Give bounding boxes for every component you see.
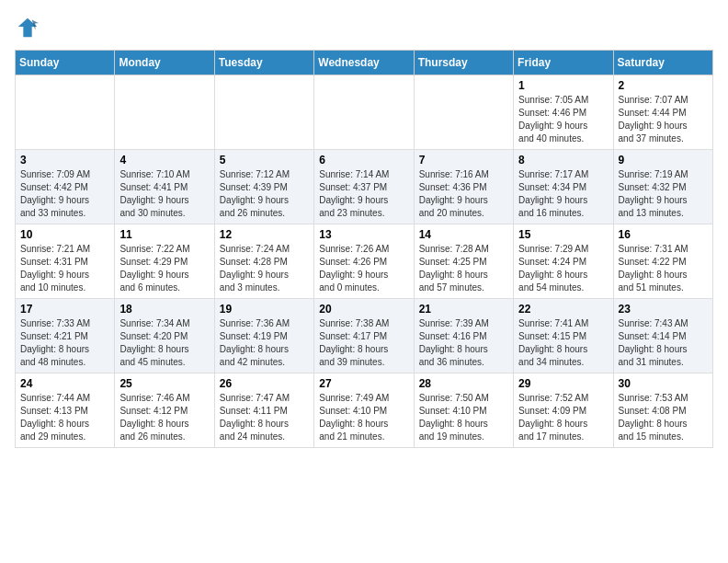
calendar-table: SundayMondayTuesdayWednesdayThursdayFrid… [15, 50, 713, 448]
weekday-header: Wednesday [314, 51, 414, 75]
day-number: 17 [20, 303, 109, 316]
day-info: Sunrise: 7:07 AM Sunset: 4:44 PM Dayligh… [619, 94, 708, 145]
day-number: 7 [419, 154, 508, 167]
calendar-cell: 25Sunrise: 7:46 AM Sunset: 4:12 PM Dayli… [115, 373, 214, 448]
calendar-cell [16, 75, 115, 150]
day-number: 2 [619, 79, 708, 92]
day-info: Sunrise: 7:17 AM Sunset: 4:34 PM Dayligh… [518, 168, 608, 220]
calendar-cell: 1Sunrise: 7:05 AM Sunset: 4:46 PM Daylig… [514, 75, 613, 150]
day-number: 21 [419, 303, 508, 316]
day-info: Sunrise: 7:29 AM Sunset: 4:24 PM Dayligh… [518, 243, 608, 294]
day-info: Sunrise: 7:21 AM Sunset: 4:31 PM Dayligh… [20, 243, 109, 294]
weekday-header-row: SundayMondayTuesdayWednesdayThursdayFrid… [16, 51, 713, 75]
calendar-cell: 18Sunrise: 7:34 AM Sunset: 4:20 PM Dayli… [115, 299, 214, 373]
day-info: Sunrise: 7:46 AM Sunset: 4:12 PM Dayligh… [119, 392, 209, 443]
day-info: Sunrise: 7:53 AM Sunset: 4:08 PM Dayligh… [619, 392, 708, 443]
calendar-cell: 13Sunrise: 7:26 AM Sunset: 4:26 PM Dayli… [314, 224, 414, 299]
calendar-week-row: 24Sunrise: 7:44 AM Sunset: 4:13 PM Dayli… [16, 373, 713, 448]
calendar-cell: 17Sunrise: 7:33 AM Sunset: 4:21 PM Dayli… [16, 299, 115, 373]
day-number: 11 [119, 228, 209, 241]
calendar-cell: 3Sunrise: 7:09 AM Sunset: 4:42 PM Daylig… [16, 150, 115, 224]
day-number: 9 [619, 154, 708, 167]
weekday-header: Tuesday [214, 51, 313, 75]
calendar-cell: 16Sunrise: 7:31 AM Sunset: 4:22 PM Dayli… [613, 224, 712, 299]
calendar-cell: 26Sunrise: 7:47 AM Sunset: 4:11 PM Dayli… [214, 373, 313, 448]
day-number: 5 [220, 154, 309, 167]
day-info: Sunrise: 7:43 AM Sunset: 4:14 PM Dayligh… [619, 317, 708, 369]
calendar-cell: 27Sunrise: 7:49 AM Sunset: 4:10 PM Dayli… [314, 373, 414, 448]
day-number: 29 [518, 377, 608, 390]
calendar-cell: 21Sunrise: 7:39 AM Sunset: 4:16 PM Dayli… [414, 299, 513, 373]
calendar-cell: 6Sunrise: 7:14 AM Sunset: 4:37 PM Daylig… [314, 150, 414, 224]
calendar-cell: 20Sunrise: 7:38 AM Sunset: 4:17 PM Dayli… [314, 299, 414, 373]
day-info: Sunrise: 7:44 AM Sunset: 4:13 PM Dayligh… [20, 392, 109, 443]
calendar-week-row: 1Sunrise: 7:05 AM Sunset: 4:46 PM Daylig… [16, 75, 713, 150]
weekday-header: Friday [514, 51, 613, 75]
day-info: Sunrise: 7:47 AM Sunset: 4:11 PM Dayligh… [220, 392, 309, 443]
weekday-header: Saturday [613, 51, 712, 75]
calendar-cell: 10Sunrise: 7:21 AM Sunset: 4:31 PM Dayli… [16, 224, 115, 299]
page-header [15, 15, 713, 40]
day-number: 20 [319, 303, 408, 316]
day-info: Sunrise: 7:19 AM Sunset: 4:32 PM Dayligh… [619, 168, 708, 220]
day-info: Sunrise: 7:50 AM Sunset: 4:10 PM Dayligh… [419, 392, 508, 443]
day-info: Sunrise: 7:34 AM Sunset: 4:20 PM Dayligh… [119, 317, 209, 369]
day-info: Sunrise: 7:22 AM Sunset: 4:29 PM Dayligh… [119, 243, 209, 294]
day-number: 3 [20, 154, 109, 167]
calendar-cell [214, 75, 313, 150]
calendar-cell [115, 75, 214, 150]
calendar-cell: 9Sunrise: 7:19 AM Sunset: 4:32 PM Daylig… [613, 150, 712, 224]
day-info: Sunrise: 7:49 AM Sunset: 4:10 PM Dayligh… [319, 392, 408, 443]
calendar-cell: 15Sunrise: 7:29 AM Sunset: 4:24 PM Dayli… [514, 224, 613, 299]
day-number: 25 [119, 377, 209, 390]
calendar-week-row: 17Sunrise: 7:33 AM Sunset: 4:21 PM Dayli… [16, 299, 713, 373]
calendar-cell: 11Sunrise: 7:22 AM Sunset: 4:29 PM Dayli… [115, 224, 214, 299]
day-number: 16 [619, 228, 708, 241]
day-number: 18 [119, 303, 209, 316]
day-info: Sunrise: 7:16 AM Sunset: 4:36 PM Dayligh… [419, 168, 508, 220]
day-number: 6 [319, 154, 408, 167]
day-number: 8 [518, 154, 608, 167]
day-number: 14 [419, 228, 508, 241]
day-number: 23 [619, 303, 708, 316]
logo-icon [15, 15, 40, 40]
day-info: Sunrise: 7:33 AM Sunset: 4:21 PM Dayligh… [20, 317, 109, 369]
day-info: Sunrise: 7:31 AM Sunset: 4:22 PM Dayligh… [619, 243, 708, 294]
day-info: Sunrise: 7:38 AM Sunset: 4:17 PM Dayligh… [319, 317, 408, 369]
calendar-cell: 5Sunrise: 7:12 AM Sunset: 4:39 PM Daylig… [214, 150, 313, 224]
day-number: 27 [319, 377, 408, 390]
calendar-cell [414, 75, 513, 150]
weekday-header: Sunday [16, 51, 115, 75]
calendar-cell: 24Sunrise: 7:44 AM Sunset: 4:13 PM Dayli… [16, 373, 115, 448]
day-number: 30 [619, 377, 708, 390]
svg-marker-0 [18, 18, 38, 38]
day-number: 1 [518, 79, 608, 92]
day-number: 12 [220, 228, 309, 241]
day-info: Sunrise: 7:10 AM Sunset: 4:41 PM Dayligh… [119, 168, 209, 220]
day-number: 19 [220, 303, 309, 316]
weekday-header: Thursday [414, 51, 513, 75]
day-info: Sunrise: 7:09 AM Sunset: 4:42 PM Dayligh… [20, 168, 109, 220]
day-info: Sunrise: 7:05 AM Sunset: 4:46 PM Dayligh… [518, 94, 608, 145]
day-number: 28 [419, 377, 508, 390]
day-info: Sunrise: 7:24 AM Sunset: 4:28 PM Dayligh… [220, 243, 309, 294]
day-info: Sunrise: 7:26 AM Sunset: 4:26 PM Dayligh… [319, 243, 408, 294]
calendar-cell [314, 75, 414, 150]
day-number: 13 [319, 228, 408, 241]
day-info: Sunrise: 7:14 AM Sunset: 4:37 PM Dayligh… [319, 168, 408, 220]
day-number: 4 [119, 154, 209, 167]
calendar-cell: 2Sunrise: 7:07 AM Sunset: 4:44 PM Daylig… [613, 75, 712, 150]
day-info: Sunrise: 7:52 AM Sunset: 4:09 PM Dayligh… [518, 392, 608, 443]
day-info: Sunrise: 7:36 AM Sunset: 4:19 PM Dayligh… [220, 317, 309, 369]
logo [15, 15, 44, 40]
day-info: Sunrise: 7:39 AM Sunset: 4:16 PM Dayligh… [419, 317, 508, 369]
calendar-cell: 28Sunrise: 7:50 AM Sunset: 4:10 PM Dayli… [414, 373, 513, 448]
calendar-cell: 19Sunrise: 7:36 AM Sunset: 4:19 PM Dayli… [214, 299, 313, 373]
calendar-cell: 12Sunrise: 7:24 AM Sunset: 4:28 PM Dayli… [214, 224, 313, 299]
calendar-cell: 14Sunrise: 7:28 AM Sunset: 4:25 PM Dayli… [414, 224, 513, 299]
calendar-cell: 29Sunrise: 7:52 AM Sunset: 4:09 PM Dayli… [514, 373, 613, 448]
calendar-cell: 22Sunrise: 7:41 AM Sunset: 4:15 PM Dayli… [514, 299, 613, 373]
calendar-cell: 23Sunrise: 7:43 AM Sunset: 4:14 PM Dayli… [613, 299, 712, 373]
calendar-cell: 7Sunrise: 7:16 AM Sunset: 4:36 PM Daylig… [414, 150, 513, 224]
day-info: Sunrise: 7:12 AM Sunset: 4:39 PM Dayligh… [220, 168, 309, 220]
